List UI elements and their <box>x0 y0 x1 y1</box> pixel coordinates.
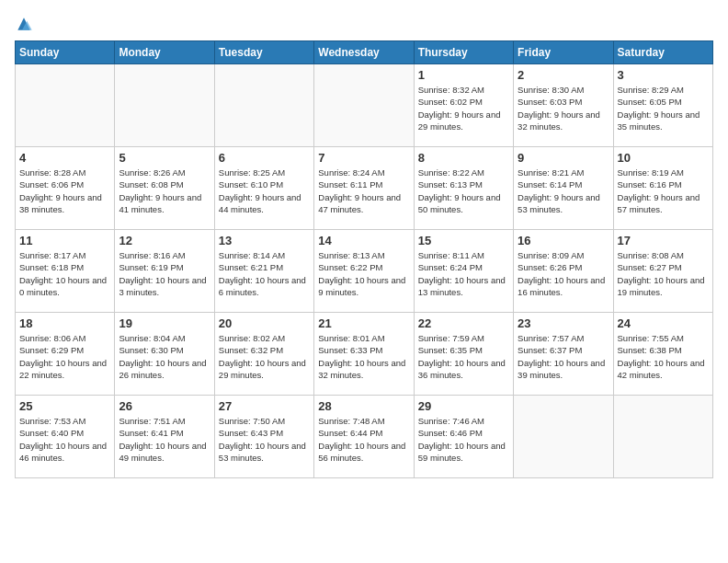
day-number: 1 <box>418 68 509 82</box>
day-number: 29 <box>418 399 509 413</box>
calendar-cell <box>314 64 414 147</box>
calendar-table: SundayMondayTuesdayWednesdayThursdayFrid… <box>15 40 713 478</box>
calendar-cell: 14Sunrise: 8:13 AM Sunset: 6:22 PM Dayli… <box>314 230 414 313</box>
calendar-cell: 3Sunrise: 8:29 AM Sunset: 6:05 PM Daylig… <box>613 64 712 147</box>
calendar-header: SundayMondayTuesdayWednesdayThursdayFrid… <box>16 41 713 64</box>
day-info: Sunrise: 8:28 AM Sunset: 6:06 PM Dayligh… <box>19 167 110 215</box>
weekday-header: Monday <box>115 41 214 64</box>
day-info: Sunrise: 7:55 AM Sunset: 6:38 PM Dayligh… <box>618 332 709 381</box>
calendar-cell: 11Sunrise: 8:17 AM Sunset: 6:18 PM Dayli… <box>16 230 115 313</box>
calendar-cell: 1Sunrise: 8:32 AM Sunset: 6:02 PM Daylig… <box>414 64 513 147</box>
day-number: 7 <box>318 151 409 165</box>
day-number: 12 <box>119 234 210 247</box>
calendar-cell: 21Sunrise: 8:01 AM Sunset: 6:33 PM Dayli… <box>314 313 414 396</box>
day-number: 27 <box>219 399 310 413</box>
day-number: 24 <box>618 316 709 330</box>
day-info: Sunrise: 8:26 AM Sunset: 6:08 PM Dayligh… <box>119 167 210 215</box>
day-number: 22 <box>418 316 509 330</box>
day-number: 5 <box>119 151 210 165</box>
weekday-header: Tuesday <box>214 41 313 64</box>
weekday-header: Saturday <box>613 41 712 64</box>
calendar-cell: 18Sunrise: 8:06 AM Sunset: 6:29 PM Dayli… <box>16 313 115 396</box>
day-number: 15 <box>418 234 509 247</box>
calendar-cell: 24Sunrise: 7:55 AM Sunset: 6:38 PM Dayli… <box>613 313 712 396</box>
day-info: Sunrise: 8:19 AM Sunset: 6:16 PM Dayligh… <box>618 167 709 215</box>
calendar-cell: 22Sunrise: 7:59 AM Sunset: 6:35 PM Dayli… <box>414 313 513 396</box>
calendar-cell: 17Sunrise: 8:08 AM Sunset: 6:27 PM Dayli… <box>613 230 712 313</box>
day-info: Sunrise: 7:51 AM Sunset: 6:41 PM Dayligh… <box>119 415 210 464</box>
day-number: 9 <box>518 151 609 165</box>
day-info: Sunrise: 8:02 AM Sunset: 6:32 PM Dayligh… <box>219 332 310 381</box>
day-info: Sunrise: 8:14 AM Sunset: 6:21 PM Dayligh… <box>219 249 310 298</box>
weekday-header: Sunday <box>16 41 115 64</box>
day-info: Sunrise: 7:48 AM Sunset: 6:44 PM Dayligh… <box>318 415 409 464</box>
calendar-week: 1Sunrise: 8:32 AM Sunset: 6:02 PM Daylig… <box>16 64 713 147</box>
day-number: 19 <box>119 316 210 330</box>
calendar-week: 18Sunrise: 8:06 AM Sunset: 6:29 PM Dayli… <box>16 313 713 396</box>
calendar-week: 25Sunrise: 7:53 AM Sunset: 6:40 PM Dayli… <box>16 396 713 478</box>
calendar-cell <box>16 64 115 147</box>
calendar-cell: 27Sunrise: 7:50 AM Sunset: 6:43 PM Dayli… <box>214 396 313 478</box>
day-number: 20 <box>219 316 310 330</box>
day-number: 25 <box>19 399 110 413</box>
day-info: Sunrise: 7:53 AM Sunset: 6:40 PM Dayligh… <box>19 415 110 464</box>
day-number: 18 <box>19 316 110 330</box>
logo-icon <box>15 15 33 33</box>
day-number: 10 <box>618 151 709 165</box>
day-number: 14 <box>318 234 409 247</box>
calendar-cell: 26Sunrise: 7:51 AM Sunset: 6:41 PM Dayli… <box>115 396 214 478</box>
day-number: 28 <box>318 399 409 413</box>
day-info: Sunrise: 8:06 AM Sunset: 6:29 PM Dayligh… <box>19 332 110 381</box>
day-number: 13 <box>219 234 310 247</box>
calendar-cell: 8Sunrise: 8:22 AM Sunset: 6:13 PM Daylig… <box>414 147 513 230</box>
day-info: Sunrise: 7:57 AM Sunset: 6:37 PM Dayligh… <box>518 332 609 381</box>
day-number: 2 <box>518 68 609 82</box>
day-info: Sunrise: 7:50 AM Sunset: 6:43 PM Dayligh… <box>219 415 310 464</box>
day-info: Sunrise: 8:32 AM Sunset: 6:02 PM Dayligh… <box>418 84 509 132</box>
day-number: 4 <box>19 151 110 165</box>
weekday-header: Wednesday <box>314 41 414 64</box>
calendar-cell: 10Sunrise: 8:19 AM Sunset: 6:16 PM Dayli… <box>613 147 712 230</box>
calendar-week: 4Sunrise: 8:28 AM Sunset: 6:06 PM Daylig… <box>16 147 713 230</box>
day-number: 8 <box>418 151 509 165</box>
day-number: 16 <box>518 234 609 247</box>
calendar-cell: 6Sunrise: 8:25 AM Sunset: 6:10 PM Daylig… <box>214 147 313 230</box>
calendar-cell <box>514 396 613 478</box>
day-number: 26 <box>119 399 210 413</box>
day-info: Sunrise: 8:22 AM Sunset: 6:13 PM Dayligh… <box>418 167 509 215</box>
day-info: Sunrise: 8:30 AM Sunset: 6:03 PM Dayligh… <box>518 84 609 132</box>
day-info: Sunrise: 8:01 AM Sunset: 6:33 PM Dayligh… <box>318 332 409 381</box>
calendar-week: 11Sunrise: 8:17 AM Sunset: 6:18 PM Dayli… <box>16 230 713 313</box>
weekday-header: Friday <box>514 41 613 64</box>
calendar-cell: 20Sunrise: 8:02 AM Sunset: 6:32 PM Dayli… <box>214 313 313 396</box>
day-info: Sunrise: 7:46 AM Sunset: 6:46 PM Dayligh… <box>418 415 509 464</box>
day-info: Sunrise: 8:11 AM Sunset: 6:24 PM Dayligh… <box>418 249 509 298</box>
calendar-cell: 13Sunrise: 8:14 AM Sunset: 6:21 PM Dayli… <box>214 230 313 313</box>
calendar-cell: 28Sunrise: 7:48 AM Sunset: 6:44 PM Dayli… <box>314 396 414 478</box>
day-info: Sunrise: 8:21 AM Sunset: 6:14 PM Dayligh… <box>518 167 609 215</box>
calendar-cell: 4Sunrise: 8:28 AM Sunset: 6:06 PM Daylig… <box>16 147 115 230</box>
day-info: Sunrise: 7:59 AM Sunset: 6:35 PM Dayligh… <box>418 332 509 381</box>
day-info: Sunrise: 8:25 AM Sunset: 6:10 PM Dayligh… <box>219 167 310 215</box>
day-number: 6 <box>219 151 310 165</box>
day-info: Sunrise: 8:16 AM Sunset: 6:19 PM Dayligh… <box>119 249 210 298</box>
day-info: Sunrise: 8:04 AM Sunset: 6:30 PM Dayligh… <box>119 332 210 381</box>
day-number: 23 <box>518 316 609 330</box>
day-info: Sunrise: 8:24 AM Sunset: 6:11 PM Dayligh… <box>318 167 409 215</box>
calendar-cell: 16Sunrise: 8:09 AM Sunset: 6:26 PM Dayli… <box>514 230 613 313</box>
calendar-cell <box>613 396 712 478</box>
calendar-cell: 9Sunrise: 8:21 AM Sunset: 6:14 PM Daylig… <box>514 147 613 230</box>
calendar-cell <box>214 64 313 147</box>
calendar-cell: 5Sunrise: 8:26 AM Sunset: 6:08 PM Daylig… <box>115 147 214 230</box>
day-number: 17 <box>618 234 709 247</box>
calendar-cell: 29Sunrise: 7:46 AM Sunset: 6:46 PM Dayli… <box>414 396 513 478</box>
day-info: Sunrise: 8:17 AM Sunset: 6:18 PM Dayligh… <box>19 249 110 298</box>
day-number: 11 <box>19 234 110 247</box>
calendar-cell: 19Sunrise: 8:04 AM Sunset: 6:30 PM Dayli… <box>115 313 214 396</box>
calendar-cell: 23Sunrise: 7:57 AM Sunset: 6:37 PM Dayli… <box>514 313 613 396</box>
weekday-header: Thursday <box>414 41 513 64</box>
calendar-cell: 12Sunrise: 8:16 AM Sunset: 6:19 PM Dayli… <box>115 230 214 313</box>
calendar-cell: 7Sunrise: 8:24 AM Sunset: 6:11 PM Daylig… <box>314 147 414 230</box>
day-info: Sunrise: 8:29 AM Sunset: 6:05 PM Dayligh… <box>618 84 709 132</box>
page-header <box>15 15 713 33</box>
